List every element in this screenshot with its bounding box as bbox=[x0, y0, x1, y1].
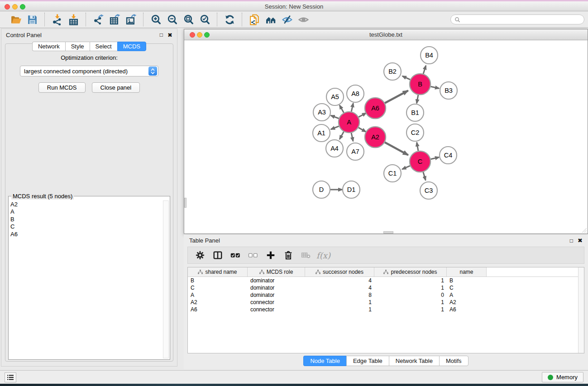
column-header-name[interactable]: name bbox=[447, 267, 487, 276]
tab-edge-table[interactable]: Edge Table bbox=[346, 356, 389, 366]
edge-B-B3[interactable] bbox=[430, 86, 439, 88]
mcds-result-list[interactable]: A2ABCA6 bbox=[10, 201, 163, 358]
zoom-fit-button[interactable] bbox=[180, 13, 196, 26]
export-network-button[interactable] bbox=[90, 13, 106, 26]
table-row[interactable]: A2connector11A2 bbox=[188, 299, 584, 306]
edge-B-B4[interactable] bbox=[423, 66, 426, 74]
graph-node-A1[interactable]: A1 bbox=[313, 124, 330, 142]
graph-node-C4[interactable]: C4 bbox=[440, 147, 457, 164]
close-table-panel-icon[interactable]: ✖ bbox=[578, 238, 583, 243]
edge-A-A5[interactable] bbox=[339, 105, 344, 113]
graph-node-A5[interactable]: A5 bbox=[326, 88, 344, 105]
graph-node-C2[interactable]: C2 bbox=[406, 124, 424, 141]
table-row[interactable]: Adominator80A bbox=[188, 291, 584, 299]
result-list-item[interactable]: A bbox=[10, 208, 163, 215]
close-panel-button[interactable]: Close panel bbox=[92, 82, 140, 93]
edge-B-B1[interactable] bbox=[417, 95, 418, 104]
graph-node-A7[interactable]: A7 bbox=[347, 143, 364, 160]
refresh-button[interactable] bbox=[221, 13, 238, 26]
zoom-selected-button[interactable] bbox=[196, 13, 213, 26]
graph-node-B2[interactable]: B2 bbox=[384, 63, 401, 80]
graph-node-C[interactable]: C bbox=[410, 151, 430, 172]
result-list-item[interactable]: B bbox=[10, 216, 163, 223]
hide-selected-button[interactable] bbox=[279, 13, 295, 26]
graph-node-B1[interactable]: B1 bbox=[406, 104, 424, 121]
edge-A-A2[interactable] bbox=[359, 128, 366, 132]
graph-node-A[interactable]: A bbox=[339, 112, 359, 133]
float-panel-icon[interactable]: □ bbox=[160, 32, 163, 38]
graph-node-A4[interactable]: A4 bbox=[326, 140, 343, 157]
column-header-MCDS-role[interactable]: MCDS role bbox=[248, 267, 305, 276]
graph-node-A6[interactable]: A6 bbox=[365, 98, 386, 119]
network-graph[interactable]: B4B2BB3A8A5A6A3B1AA1C2A2A4A7C4CC1C3DD1 bbox=[184, 41, 588, 234]
zoom-out-button[interactable] bbox=[164, 13, 180, 26]
column-header-successor-nodes[interactable]: successor nodes bbox=[305, 267, 374, 276]
graph-node-D[interactable]: D bbox=[313, 181, 330, 198]
search-input[interactable] bbox=[463, 16, 580, 23]
result-list-item[interactable]: A6 bbox=[10, 231, 163, 238]
show-all-button[interactable] bbox=[295, 13, 311, 26]
column-header-predecessor-nodes[interactable]: predecessor nodes bbox=[374, 267, 447, 276]
graph-node-A8[interactable]: A8 bbox=[347, 85, 364, 102]
column-header-shared-name[interactable]: shared name bbox=[188, 267, 248, 276]
table-settings-button[interactable] bbox=[192, 248, 207, 262]
close-panel-icon[interactable]: ✖ bbox=[167, 32, 172, 38]
graph-node-B3[interactable]: B3 bbox=[440, 82, 457, 99]
deselect-all-columns-button[interactable] bbox=[245, 248, 260, 262]
table-scrollbar[interactable] bbox=[578, 267, 584, 353]
column-layout-button[interactable] bbox=[210, 248, 225, 262]
table-row[interactable]: A6connector11A6 bbox=[188, 306, 584, 313]
memory-button[interactable]: Memory bbox=[542, 372, 583, 382]
task-history-button[interactable] bbox=[5, 372, 16, 382]
graph-node-D1[interactable]: D1 bbox=[343, 181, 360, 198]
graph-node-A2[interactable]: A2 bbox=[365, 127, 386, 148]
network-window-titlebar[interactable]: testGlobe.txt bbox=[184, 29, 588, 40]
export-table-button[interactable] bbox=[106, 13, 123, 26]
edge-C-C1[interactable] bbox=[402, 166, 410, 169]
open-file-button[interactable] bbox=[8, 13, 24, 26]
bottom-splitter-handle[interactable] bbox=[383, 231, 393, 234]
tab-mcds[interactable]: MCDS bbox=[117, 42, 146, 51]
edge-A6-B[interactable] bbox=[385, 91, 408, 103]
graph-node-A3[interactable]: A3 bbox=[313, 104, 330, 121]
edge-C-C4[interactable] bbox=[430, 157, 439, 159]
edge-A-A1[interactable] bbox=[331, 126, 339, 129]
result-list-item[interactable]: A2 bbox=[10, 201, 163, 208]
edge-A-A4[interactable] bbox=[339, 132, 344, 139]
new-network-from-selection-button[interactable] bbox=[246, 13, 263, 26]
tab-network[interactable]: Network bbox=[32, 42, 65, 51]
result-scrollbar[interactable] bbox=[163, 200, 169, 358]
edge-A-A3[interactable] bbox=[331, 115, 339, 119]
zoom-in-button[interactable] bbox=[148, 13, 164, 26]
graph-node-C3[interactable]: C3 bbox=[420, 182, 437, 199]
tab-network-table[interactable]: Network Table bbox=[389, 356, 439, 366]
export-image-button[interactable] bbox=[123, 13, 139, 26]
save-session-button[interactable] bbox=[24, 13, 40, 26]
first-neighbors-button[interactable] bbox=[263, 13, 279, 26]
optimization-criterion-dropdown[interactable]: largest connected component (directed) bbox=[20, 66, 158, 76]
import-network-button[interactable] bbox=[49, 13, 65, 26]
edge-C-C3[interactable] bbox=[423, 172, 425, 180]
edge-A-A7[interactable] bbox=[351, 133, 353, 141]
tab-motifs[interactable]: Motifs bbox=[439, 356, 468, 366]
function-builder-button[interactable]: f(x) bbox=[316, 248, 331, 262]
left-splitter-handle[interactable] bbox=[184, 198, 186, 208]
network-canvas[interactable]: B4B2BB3A8A5A6A3B1AA1C2A2A4A7C4CC1C3DD1 bbox=[184, 41, 588, 234]
delete-table-button[interactable] bbox=[298, 248, 313, 262]
graph-node-C1[interactable]: C1 bbox=[384, 165, 401, 182]
select-all-columns-button[interactable] bbox=[228, 248, 243, 262]
search-field[interactable] bbox=[450, 14, 584, 24]
delete-column-button[interactable] bbox=[281, 248, 296, 262]
table-row[interactable]: Bdominator41B bbox=[188, 277, 584, 284]
graph-node-B4[interactable]: B4 bbox=[421, 47, 438, 64]
graph-node-B[interactable]: B bbox=[410, 74, 430, 95]
edge-C-C2[interactable] bbox=[417, 143, 418, 151]
result-list-item[interactable]: C bbox=[10, 223, 163, 230]
add-column-button[interactable] bbox=[263, 248, 278, 262]
tab-node-table[interactable]: Node Table bbox=[303, 356, 346, 366]
node-table[interactable]: shared nameMCDS rolesuccessor nodesprede… bbox=[187, 267, 584, 353]
edge-A-A6[interactable] bbox=[359, 113, 366, 117]
edge-A2-C[interactable] bbox=[385, 142, 408, 155]
edge-A-A8[interactable] bbox=[351, 103, 353, 112]
run-mcds-button[interactable]: Run MCDS bbox=[38, 82, 86, 93]
